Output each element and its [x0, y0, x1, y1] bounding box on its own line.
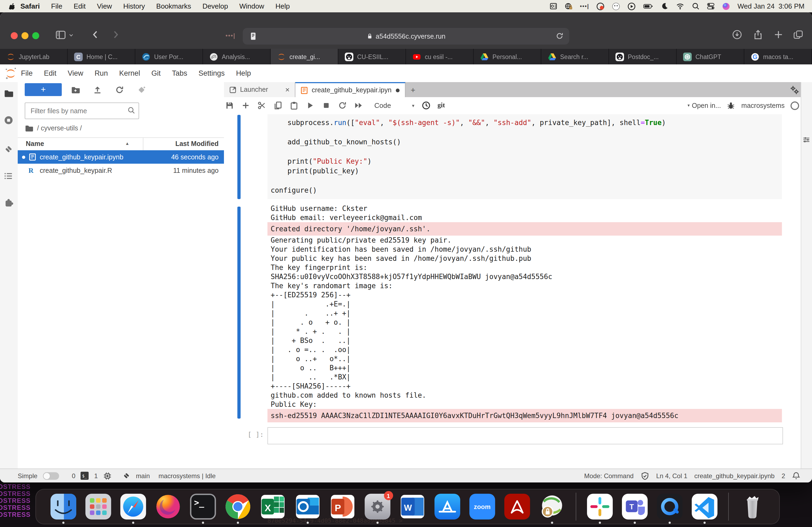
- extensions-icon[interactable]: [4, 198, 13, 208]
- jl-menu-kernel[interactable]: Kernel: [119, 69, 140, 77]
- dock-finder[interactable]: [50, 493, 76, 520]
- kernel-count[interactable]: 1: [94, 472, 98, 480]
- dock-quicktime[interactable]: [656, 493, 683, 520]
- dock-vscode[interactable]: [691, 493, 718, 520]
- dock-firefox[interactable]: [155, 493, 181, 520]
- table-of-contents-icon[interactable]: [4, 171, 13, 181]
- jl-menu-settings[interactable]: Settings: [199, 69, 225, 77]
- git-branch-icon[interactable]: [122, 472, 130, 480]
- output-collapser[interactable]: [237, 207, 241, 419]
- notification-count[interactable]: 2: [782, 472, 785, 480]
- save-icon[interactable]: [225, 101, 234, 110]
- jl-menu-view[interactable]: View: [68, 69, 83, 77]
- safari-tab-2[interactable]: User Por...: [135, 49, 203, 64]
- forward-button[interactable]: [111, 30, 121, 40]
- jl-menu-tabs[interactable]: Tabs: [172, 69, 187, 77]
- jl-menu-help[interactable]: Help: [236, 69, 251, 77]
- filter-files-input[interactable]: [30, 104, 123, 118]
- modified-column-header[interactable]: Last Modified: [175, 140, 219, 148]
- dock-powerpoint[interactable]: P: [329, 493, 356, 520]
- cell-type-dropdown[interactable]: Code: [374, 102, 391, 109]
- git-branch-name[interactable]: main: [136, 472, 150, 480]
- sidebar-chevron-icon[interactable]: [69, 33, 74, 37]
- menubar-develop[interactable]: Develop: [202, 2, 228, 10]
- menubar-safari[interactable]: Safari: [20, 2, 40, 10]
- safari-tab-1[interactable]: CHome | C...: [68, 49, 135, 64]
- jl-menu-git[interactable]: Git: [151, 69, 161, 77]
- wifi-icon[interactable]: [676, 2, 685, 10]
- dock-terminal[interactable]: >_: [189, 493, 216, 520]
- safari-tab-7[interactable]: Personal...: [474, 49, 541, 64]
- insert-cell-icon[interactable]: [241, 101, 250, 110]
- menubar-bookmarks[interactable]: Bookmarks: [156, 2, 191, 10]
- dock-appstore[interactable]: [434, 493, 461, 520]
- kernel-status-text[interactable]: macrosystems | Idle: [158, 472, 216, 480]
- upload-icon[interactable]: [93, 85, 102, 94]
- doc-tab[interactable]: create_github_keypair.ipyn: [296, 82, 405, 97]
- battery-icon[interactable]: [643, 2, 654, 10]
- focus-moon-icon[interactable]: [661, 2, 669, 10]
- safari-tab-6[interactable]: cu esiil -...: [406, 49, 474, 64]
- new-tab-icon[interactable]: [773, 30, 784, 40]
- file-row[interactable]: create_github_keypair.ipynb46 seconds ag…: [18, 150, 224, 164]
- new-folder-icon[interactable]: [71, 85, 80, 94]
- input-collapser[interactable]: [237, 115, 241, 199]
- simple-mode-toggle[interactable]: [43, 472, 59, 480]
- new-launcher-button[interactable]: +: [25, 83, 62, 96]
- safari-tab-10[interactable]: ChatGPT: [677, 49, 744, 64]
- dock-word[interactable]: W: [399, 493, 425, 520]
- play-circle-icon[interactable]: [627, 2, 636, 11]
- chevron-down-icon[interactable]: ▾: [412, 103, 414, 108]
- statusbar-filename[interactable]: create_github_keypair.ipynb: [694, 472, 775, 480]
- back-button[interactable]: [90, 30, 100, 40]
- share-icon[interactable]: [753, 30, 763, 40]
- running-sessions-icon[interactable]: [4, 115, 13, 125]
- downloads-icon[interactable]: [732, 30, 742, 40]
- restart-kernel-icon[interactable]: [338, 101, 347, 110]
- cursor-position[interactable]: Ln 4, Col 1: [656, 472, 687, 480]
- file-row[interactable]: Rcreate_github_keypair.R11 minutes ago: [18, 164, 224, 177]
- dock-trash[interactable]: [739, 493, 766, 520]
- menubar-view[interactable]: View: [97, 2, 112, 10]
- command-mode-label[interactable]: Mode: Command: [584, 472, 634, 480]
- file-browser-icon[interactable]: [4, 89, 13, 98]
- address-bar[interactable]: a54d5556c.cyverse.run: [243, 28, 569, 45]
- menubar-file[interactable]: File: [51, 2, 62, 10]
- cut-icon[interactable]: [257, 101, 266, 110]
- dock-teams[interactable]: T: [621, 493, 648, 520]
- close-tab-icon[interactable]: ×: [285, 85, 289, 94]
- kernel-status-icon[interactable]: [791, 101, 799, 110]
- tab-overview-icon[interactable]: [793, 30, 803, 40]
- bell-icon[interactable]: [792, 472, 800, 480]
- menubar-history[interactable]: History: [123, 2, 145, 10]
- safari-tab-4[interactable]: create_gi...: [271, 49, 338, 64]
- paste-icon[interactable]: [289, 101, 299, 110]
- stop-icon[interactable]: [322, 101, 331, 110]
- extension-icon[interactable]: •••|: [226, 32, 235, 39]
- menubar-help[interactable]: Help: [276, 2, 290, 10]
- dock-acrobat[interactable]: [504, 493, 530, 520]
- menubar-window[interactable]: Window: [239, 2, 264, 10]
- home-folder-icon[interactable]: [25, 124, 33, 133]
- recording-status-icon[interactable]: [596, 2, 605, 11]
- apple-icon[interactable]: [9, 2, 16, 11]
- code-cell[interactable]: subprocess.run(["eval", "$(ssh-agent -s)…: [267, 114, 782, 199]
- debugger-bug-icon[interactable]: [727, 101, 736, 110]
- open-in-dropdown[interactable]: ▾Open in...: [687, 102, 721, 109]
- siri-icon[interactable]: [722, 2, 730, 11]
- run-icon[interactable]: [306, 101, 315, 110]
- filter-files-box[interactable]: [25, 103, 139, 119]
- jl-menu-run[interactable]: Run: [95, 69, 108, 77]
- new-doc-tab-button[interactable]: +: [405, 82, 420, 97]
- jl-menu-file[interactable]: File: [21, 69, 33, 77]
- terminal-count[interactable]: 0: [72, 472, 75, 480]
- run-all-icon[interactable]: [354, 101, 363, 110]
- git-icon[interactable]: [4, 144, 13, 154]
- safari-tab-8[interactable]: Search r...: [541, 49, 609, 64]
- password-manager-icon[interactable]: •••|: [580, 3, 590, 9]
- dock-safari[interactable]: [119, 493, 146, 520]
- window-minimize-button[interactable]: [21, 32, 28, 39]
- safari-tab-11[interactable]: Gmacos ta...: [744, 49, 812, 64]
- window-zoom-button[interactable]: [32, 32, 39, 39]
- name-column-header[interactable]: Name: [26, 140, 44, 148]
